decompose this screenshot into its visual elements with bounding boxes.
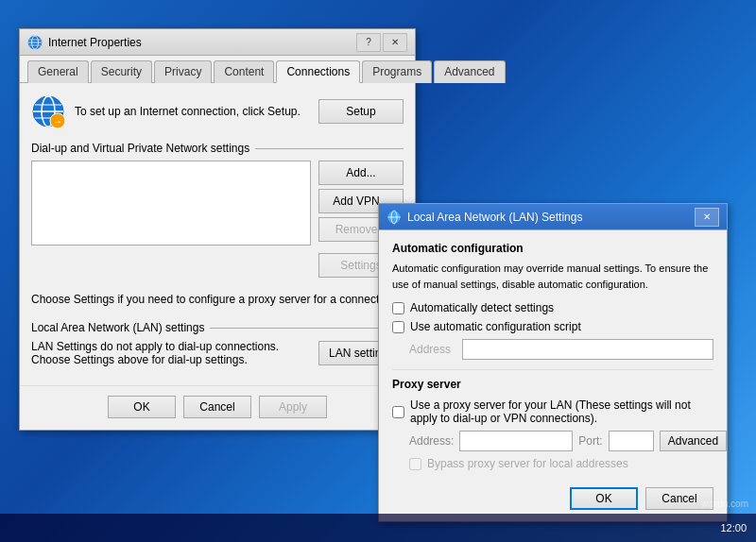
script-address-row: Address <box>409 339 713 360</box>
dialup-section-label: Dial-up and Virtual Private Network sett… <box>31 142 404 155</box>
auto-config-desc: Automatic configuration may override man… <box>392 261 713 292</box>
svg-text:→: → <box>53 116 62 127</box>
bypass-proxy-label: Bypass proxy server for local addresses <box>427 457 628 470</box>
tabs-bar: General Security Privacy Content Connect… <box>20 56 415 83</box>
watermark: wsxdn.com <box>701 499 748 509</box>
dialup-section: Add... Add VPN... Remove... Settings <box>31 161 404 278</box>
tab-advanced[interactable]: Advanced <box>434 60 505 83</box>
lan-settings-title-bar: Local Area Network (LAN) Settings ✕ <box>379 204 727 230</box>
lan-close-button[interactable]: ✕ <box>695 208 719 227</box>
cancel-button[interactable]: Cancel <box>183 396 251 418</box>
internet-props-title: Internet Properties <box>48 36 356 49</box>
auto-detect-checkbox[interactable] <box>392 302 404 314</box>
dialup-list[interactable] <box>31 161 311 246</box>
setup-description: To set up an Internet connection, click … <box>75 105 309 118</box>
lan-section-label: Local Area Network (LAN) settings <box>31 321 404 334</box>
bypass-proxy-checkbox[interactable] <box>409 458 421 470</box>
lan-title-bar-controls: ✕ <box>695 208 719 227</box>
bypass-proxy-row: Bypass proxy server for local addresses <box>409 457 713 470</box>
proxy-header: Proxy server <box>392 378 713 391</box>
lan-section: Local Area Network (LAN) settings LAN Se… <box>31 321 404 366</box>
lan-row: LAN Settings do not apply to dial-up con… <box>31 340 404 366</box>
proxy-checkbox-row: Use a proxy server for your LAN (These s… <box>392 398 713 425</box>
advanced-button[interactable]: Advanced <box>660 431 727 451</box>
internet-properties-window: Internet Properties ? ✕ General Security… <box>19 28 416 431</box>
tab-security[interactable]: Security <box>91 60 152 83</box>
auto-script-row: Use automatic configuration script <box>392 320 713 333</box>
setup-icon: → <box>31 94 65 128</box>
port-input[interactable]: 80 <box>609 431 654 451</box>
help-button[interactable]: ? <box>356 33 381 52</box>
internet-props-bottom-buttons: OK Cancel Apply <box>20 385 415 430</box>
internet-props-title-bar: Internet Properties ? ✕ <box>20 29 415 56</box>
add-button[interactable]: Add... <box>318 161 404 185</box>
proxy-note: Choose Settings if you need to configure… <box>31 291 404 308</box>
lan-settings-icon <box>387 210 402 225</box>
lan-description: LAN Settings do not apply to dial-up con… <box>31 340 309 366</box>
auto-script-checkbox[interactable] <box>392 321 404 333</box>
proxy-addr-row: Address: Port: 80 Advanced <box>409 431 713 451</box>
auto-script-label: Use automatic configuration script <box>410 320 581 333</box>
taskbar: 12:00 <box>0 514 756 542</box>
separator <box>392 369 713 370</box>
lan-settings-window: Local Area Network (LAN) Settings ✕ Auto… <box>378 203 728 522</box>
internet-props-icon <box>27 35 43 50</box>
auto-detect-row: Automatically detect settings <box>392 301 713 314</box>
setup-button[interactable]: Setup <box>318 99 404 124</box>
lan-ok-button[interactable]: OK <box>570 487 638 510</box>
tab-content[interactable]: Content <box>214 60 274 83</box>
ok-button[interactable]: OK <box>108 396 176 418</box>
close-button[interactable]: ✕ <box>383 33 407 52</box>
tab-privacy[interactable]: Privacy <box>154 60 212 83</box>
setup-row: → To set up an Internet connection, clic… <box>31 94 404 128</box>
apply-button[interactable]: Apply <box>259 396 327 418</box>
auto-detect-label: Automatically detect settings <box>410 301 554 314</box>
tab-programs[interactable]: Programs <box>362 60 432 83</box>
script-address-input[interactable] <box>462 339 713 360</box>
script-address-label: Address <box>409 343 456 356</box>
proxy-desc: Use a proxy server for your LAN (These s… <box>410 398 713 425</box>
port-label: Port: <box>578 434 602 448</box>
lan-dialog-buttons: OK Cancel <box>392 476 713 510</box>
proxy-address-input[interactable] <box>459 431 573 451</box>
tab-general[interactable]: General <box>27 60 89 83</box>
auto-config-header: Automatic configuration <box>392 242 713 255</box>
title-bar-controls: ? ✕ <box>356 33 407 52</box>
proxy-checkbox[interactable] <box>392 406 404 418</box>
connections-tab-content: → To set up an Internet connection, clic… <box>20 83 415 378</box>
taskbar-time: 12:00 <box>720 522 747 534</box>
lan-dialog-content: Automatic configuration Automatic config… <box>379 230 727 521</box>
tab-connections[interactable]: Connections <box>276 60 360 83</box>
lan-settings-title: Local Area Network (LAN) Settings <box>407 211 695 224</box>
proxy-addr-label: Address: <box>409 434 454 448</box>
